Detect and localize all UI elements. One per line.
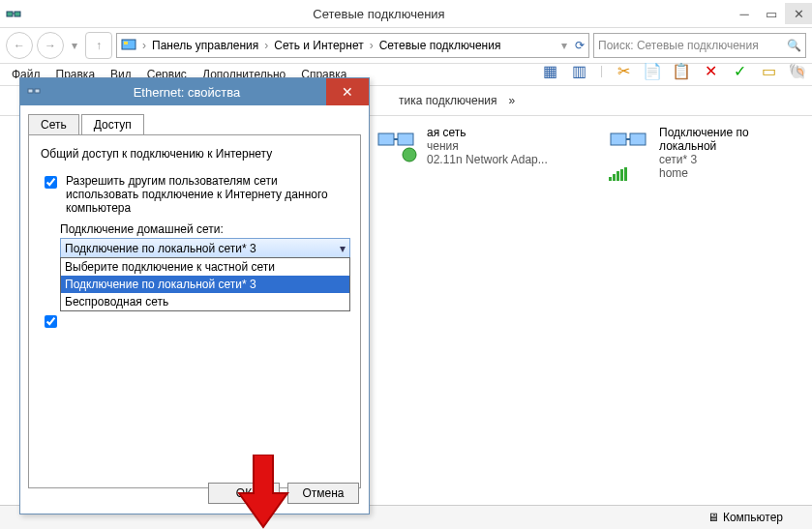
network-icon — [376, 126, 419, 164]
breadcrumb[interactable]: › Панель управления › Сеть и Интернет › … — [116, 33, 589, 58]
svg-rect-12 — [28, 89, 33, 93]
search-input[interactable]: Поиск: Сетевые подключения 🔍 — [593, 33, 806, 58]
dialog-close-button[interactable]: ✕ — [326, 78, 369, 105]
rename-icon[interactable]: ✓ — [731, 62, 748, 79]
search-icon[interactable]: 🔍 — [787, 39, 801, 52]
maximize-button[interactable]: ▭ — [758, 3, 785, 24]
cut-icon[interactable]: ✂ — [615, 62, 632, 79]
signal-icon — [609, 167, 627, 181]
tab-panel: Общий доступ к подключению к Интернету Р… — [28, 134, 361, 488]
properties-icon[interactable]: ▭ — [760, 62, 777, 79]
chevron-down-icon[interactable]: ▾ — [340, 242, 346, 255]
address-bar: ← → ▾ ↑ › Панель управления › Сеть и Инт… — [0, 28, 812, 64]
dialog-titlebar[interactable]: Ethernet: свойства ✕ — [20, 78, 369, 105]
svg-rect-5 — [378, 133, 394, 145]
home-connection-combo[interactable]: Подключение по локальной сети* 3 ▾ Выбер… — [60, 238, 350, 259]
home-connection-label: Подключение домашней сети: — [60, 222, 348, 236]
section-heading: Общий доступ к подключению к Интернету — [41, 147, 348, 161]
combo-option[interactable]: Выберите подключение к частной сети — [61, 258, 349, 276]
search-placeholder: Поиск: Сетевые подключения — [598, 39, 783, 52]
status-label: Компьютер — [723, 511, 783, 524]
view-icon[interactable]: ▥ — [571, 62, 588, 79]
toolbar: ▦ ▥ | ✂ 📄 📋 ✕ ✓ ▭ 🐚 — [542, 60, 806, 81]
computer-icon: 🖥 — [707, 511, 719, 524]
breadcrumb-dropdown[interactable]: ▾ — [557, 33, 571, 58]
window-title: Сетевые подключения — [27, 7, 731, 21]
history-dropdown[interactable]: ▾ — [68, 33, 81, 58]
close-button[interactable]: ✕ — [785, 3, 812, 24]
combo-option[interactable]: Подключение по локальной сети* 3 — [61, 276, 349, 293]
connection-item[interactable]: Подключение по локальной сети* 3 home — [609, 126, 802, 474]
delete-icon[interactable]: ✕ — [702, 62, 719, 79]
svg-point-8 — [403, 148, 416, 162]
refresh-icon[interactable]: ⟳ — [575, 39, 585, 52]
paste-icon[interactable]: 📋 — [673, 62, 690, 79]
dialog-title: Ethernet: свойства — [47, 85, 326, 100]
tab-access[interactable]: Доступ — [81, 114, 144, 135]
ok-button[interactable]: ОК — [208, 483, 280, 504]
svg-rect-6 — [398, 133, 413, 145]
cancel-button[interactable]: Отмена — [287, 483, 359, 504]
tab-network[interactable]: Сеть — [28, 114, 79, 135]
organize-icon[interactable]: ▦ — [542, 62, 559, 79]
svg-rect-4 — [124, 42, 128, 44]
svg-rect-1 — [15, 12, 20, 16]
diagnose-link[interactable]: тика подключения — [399, 94, 497, 107]
secondary-checkbox[interactable] — [41, 313, 348, 331]
window-titlebar: Сетевые подключения ─ ▭ ✕ — [0, 0, 812, 28]
dialog-icon — [20, 85, 47, 99]
svg-rect-9 — [611, 133, 626, 145]
checkbox-input[interactable] — [45, 315, 57, 328]
combo-dropdown-list: Выберите подключение к частной сети Подк… — [60, 257, 350, 311]
back-button[interactable]: ← — [6, 32, 33, 59]
shell-icon[interactable]: 🐚 — [789, 62, 806, 79]
control-panel-icon — [121, 37, 136, 55]
up-button[interactable]: ↑ — [85, 32, 112, 59]
more-commands[interactable]: » — [509, 94, 516, 107]
forward-button[interactable]: → — [37, 32, 64, 59]
allow-sharing-checkbox[interactable]: Разрешить другим пользователям сети испо… — [41, 174, 348, 215]
breadcrumb-seg[interactable]: Сетевые подключения — [379, 39, 501, 52]
copy-icon[interactable]: 📄 — [644, 62, 661, 79]
svg-rect-10 — [630, 133, 646, 145]
connection-item[interactable]: ая сеть чения 02.11n Network Adap... — [376, 126, 570, 474]
properties-dialog: Ethernet: свойства ✕ Сеть Доступ Общий д… — [19, 77, 370, 514]
minimize-button[interactable]: ─ — [731, 3, 758, 24]
breadcrumb-seg[interactable]: Сеть и Интернет — [274, 39, 363, 52]
combo-option[interactable]: Беспроводная сеть — [61, 293, 349, 310]
checkbox-input[interactable] — [45, 176, 57, 189]
window-icon — [6, 6, 21, 21]
svg-rect-13 — [35, 89, 40, 93]
svg-rect-0 — [7, 12, 13, 16]
breadcrumb-seg[interactable]: Панель управления — [152, 39, 258, 52]
network-icon — [609, 126, 651, 164]
